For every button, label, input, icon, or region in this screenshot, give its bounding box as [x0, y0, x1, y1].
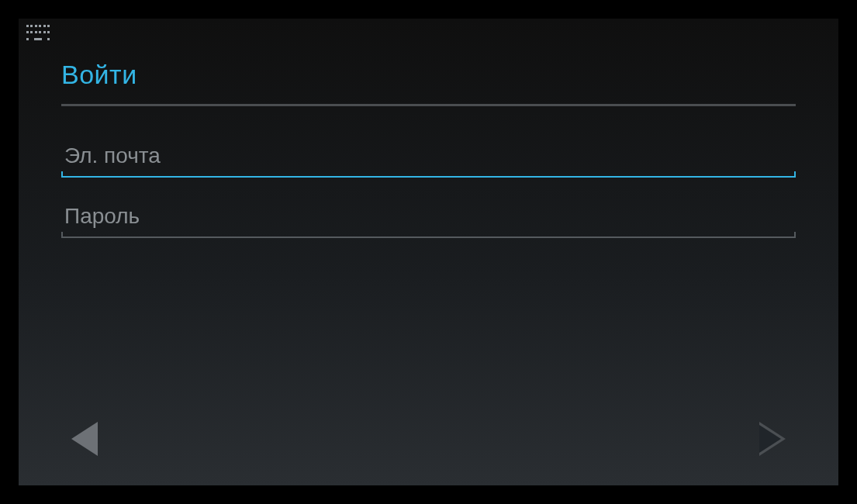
- status-bar: [19, 19, 838, 46]
- login-form: Войти: [19, 46, 838, 238]
- title-divider: [61, 104, 796, 106]
- password-underline: [61, 236, 796, 238]
- chevron-right-icon: [759, 422, 786, 456]
- password-field[interactable]: [61, 199, 796, 236]
- navigation-bar: [19, 400, 838, 485]
- chevron-left-icon: [71, 422, 98, 456]
- keyboard-icon: [26, 25, 50, 40]
- email-underline: [61, 176, 796, 178]
- email-field[interactable]: [61, 139, 796, 176]
- screen: Войти: [19, 19, 838, 485]
- password-field-wrap: [61, 199, 796, 238]
- back-button[interactable]: [61, 416, 108, 462]
- email-field-wrap: [61, 139, 796, 178]
- page-title: Войти: [61, 60, 796, 104]
- forward-button[interactable]: [749, 416, 796, 462]
